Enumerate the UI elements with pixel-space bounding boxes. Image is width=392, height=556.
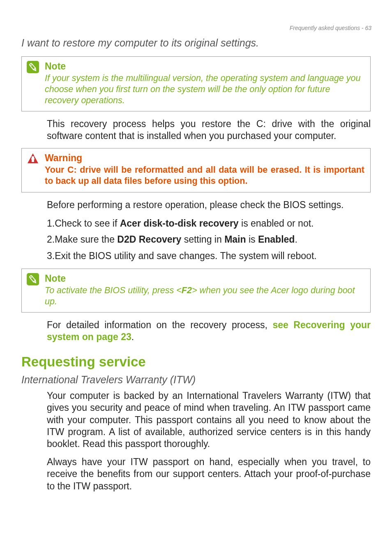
itw-para-1: Your computer is backed by an Internatio… [47, 390, 371, 450]
note-key: F2 [182, 285, 192, 295]
warning-title: Warning [45, 153, 364, 164]
body-text: . [131, 331, 134, 342]
body-text: For detailed information on the recovery… [47, 320, 272, 330]
body-para-1: This recovery process helps you restore … [47, 118, 371, 142]
list-num: 1 [47, 218, 55, 229]
warning-callout: Warning Your C: drive will be reformatte… [21, 148, 371, 192]
note-icon [27, 273, 39, 285]
list-num: 3 [47, 250, 55, 261]
note-body: If your system is the multilingual versi… [45, 73, 364, 106]
numbered-list: 1Check to see if Acer disk-to-disk recov… [47, 217, 371, 263]
list-bold: D2D Recovery [117, 234, 181, 245]
list-text: Make sure the [55, 234, 117, 245]
note-icon [27, 61, 39, 73]
section-heading: Requesting service [21, 354, 371, 370]
note-title: Note [45, 61, 364, 72]
list-item: 3Exit the BIOS utility and save changes.… [47, 249, 371, 263]
note-body: To activate the BIOS utility, press <F2>… [45, 285, 364, 307]
list-num: 2 [47, 234, 55, 245]
list-bold: Enabled [258, 234, 295, 245]
list-text: is enabled or not. [239, 218, 314, 229]
note-title: Note [45, 273, 364, 284]
warning-icon [27, 153, 39, 165]
list-text: Exit the BIOS utility and save changes. … [55, 250, 317, 261]
list-text: . [295, 234, 297, 245]
list-text: Check to see if [55, 218, 120, 229]
svg-rect-3 [27, 273, 39, 285]
note-callout-1: Note If your system is the multilingual … [21, 56, 371, 111]
list-bold: Acer disk-to-disk recovery [120, 218, 239, 229]
itw-heading: International Travelers Warranty (ITW) [21, 374, 371, 386]
question-heading: I want to restore my computer to its ori… [21, 37, 371, 49]
body-para-2: Before performing a restore operation, p… [47, 199, 371, 211]
body-para-3: For detailed information on the recovery… [47, 319, 371, 343]
page-header: Frequently asked questions - 63 [290, 25, 371, 31]
page-content: I want to restore my computer to its ori… [0, 0, 392, 492]
note-callout-2: Note To activate the BIOS utility, press… [21, 269, 371, 313]
list-item: 2Make sure the D2D Recovery setting in M… [47, 233, 371, 246]
warning-body: Your C: drive will be reformatted and al… [45, 164, 364, 187]
list-text: is [246, 234, 258, 245]
svg-rect-0 [27, 61, 39, 73]
list-bold: Main [224, 234, 246, 245]
note-text: To activate the BIOS utility, press < [45, 285, 182, 295]
itw-para-2: Always have your ITW passport on hand, e… [47, 456, 371, 492]
list-text: setting in [181, 234, 224, 245]
list-item: 1Check to see if Acer disk-to-disk recov… [47, 217, 371, 230]
